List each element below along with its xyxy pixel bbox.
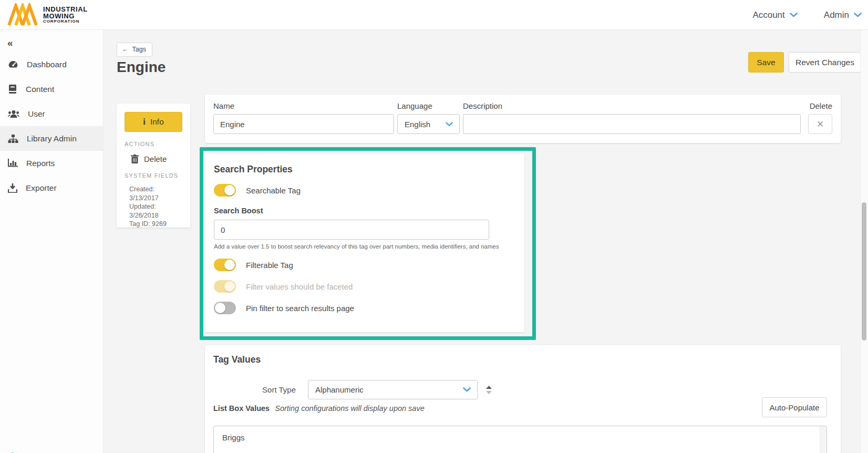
sitemap-icon bbox=[8, 134, 18, 143]
language-select[interactable]: English bbox=[397, 114, 460, 134]
gauge-icon bbox=[8, 60, 18, 69]
users-icon bbox=[8, 110, 19, 118]
back-button-label: Tags bbox=[132, 46, 146, 53]
tag-edit-screen: INDUSTRIAL MOWING CORPORATION Account Ad… bbox=[0, 0, 868, 453]
name-input[interactable] bbox=[213, 114, 394, 134]
book-icon bbox=[8, 84, 17, 94]
system-fields-heading: SYSTEM FIELDS bbox=[125, 172, 182, 179]
sidebar-item-label: User bbox=[28, 109, 45, 119]
list-box-values-note: Sorting configurations will display upon… bbox=[275, 404, 425, 413]
save-button[interactable]: Save bbox=[748, 52, 784, 73]
sort-type-selected-value: Alphanumeric bbox=[315, 385, 364, 394]
name-label: Name bbox=[213, 101, 394, 110]
list-box-values-label: List Box Values bbox=[213, 404, 270, 413]
sidebar-collapse-button[interactable]: « bbox=[0, 30, 103, 52]
page-scrollbar-thumb[interactable] bbox=[862, 202, 866, 341]
delete-translation-button[interactable]: ✕ bbox=[808, 114, 832, 134]
chevron-down-icon bbox=[854, 13, 862, 17]
sidebar-item-exporter[interactable]: Exporter bbox=[0, 176, 103, 200]
language-selected-value: English bbox=[405, 120, 430, 129]
delete-column-label: Delete bbox=[810, 101, 832, 110]
tag-form-card: Name Language English Description Delete… bbox=[205, 95, 841, 143]
company-name-line2: MOWING bbox=[43, 13, 88, 19]
toggle-knob bbox=[224, 260, 235, 270]
pin-filter-label: Pin filter to search results page bbox=[246, 304, 354, 313]
download-icon bbox=[8, 183, 17, 193]
chevron-down-icon bbox=[463, 387, 471, 392]
company-name-line1: INDUSTRIAL bbox=[43, 6, 88, 13]
search-properties-heading: Search Properties bbox=[214, 164, 516, 175]
list-item[interactable]: CAT Diesel bbox=[214, 447, 826, 453]
revert-changes-button[interactable]: Revert Changes bbox=[789, 52, 861, 73]
delete-action-label: Delete bbox=[144, 155, 167, 163]
actions-heading: ACTIONS bbox=[125, 141, 182, 147]
mountain-zigzag-icon bbox=[7, 3, 38, 26]
info-tab-label: Info bbox=[150, 117, 164, 127]
faceted-values-label: Filter values should be faceted bbox=[246, 282, 353, 291]
sidebar-item-label: Library Admin bbox=[27, 134, 77, 143]
account-menu-label: Account bbox=[752, 10, 784, 20]
page-title: Engine bbox=[117, 59, 166, 76]
sidebar-item-dashboard[interactable]: Dashboard bbox=[0, 52, 103, 77]
searchable-tag-label: Searchable Tag bbox=[246, 186, 301, 195]
sidebar-item-library-admin[interactable]: Library Admin bbox=[0, 126, 103, 151]
documoto-logo: Documoto bbox=[4, 450, 101, 453]
company-name-line3: CORPORATION bbox=[43, 19, 88, 24]
tag-values-heading: Tag Values bbox=[213, 354, 261, 365]
toggle-knob bbox=[224, 185, 235, 195]
language-label: Language bbox=[397, 101, 460, 110]
toggle-knob bbox=[215, 303, 225, 313]
chevron-down-icon bbox=[790, 13, 798, 17]
bar-chart-icon bbox=[8, 159, 18, 168]
sidebar-item-label: Exporter bbox=[26, 183, 57, 193]
tag-id: Tag ID: 9269 bbox=[129, 220, 182, 229]
sort-order-icon[interactable] bbox=[486, 386, 492, 394]
sidebar-item-user[interactable]: User bbox=[0, 101, 103, 126]
filterable-tag-label: Filterable Tag bbox=[246, 261, 293, 270]
tag-values-listbox[interactable]: Briggs CAT Diesel bbox=[213, 426, 827, 453]
list-item[interactable]: Briggs bbox=[214, 426, 826, 447]
page-scrollbar-track[interactable] bbox=[860, 30, 868, 453]
info-icon: i bbox=[143, 117, 146, 127]
description-label: Description bbox=[463, 101, 801, 110]
listbox-scrollbar[interactable] bbox=[820, 426, 826, 453]
filterable-tag-toggle[interactable] bbox=[214, 259, 236, 271]
company-logo: INDUSTRIAL MOWING CORPORATION bbox=[7, 3, 88, 26]
search-boost-input[interactable] bbox=[214, 220, 489, 240]
back-arrow-icon: ← bbox=[122, 46, 129, 53]
sort-type-select[interactable]: Alphanumeric bbox=[308, 380, 478, 399]
tag-values-card: Tag Values Sort Type Alphanumeric List B… bbox=[205, 345, 841, 453]
delete-tag-action[interactable]: Delete bbox=[125, 155, 182, 163]
back-to-tags-button[interactable]: ← Tags bbox=[117, 43, 152, 57]
admin-menu-label: Admin bbox=[824, 10, 849, 20]
updated-date: Updated: 3/26/2018 bbox=[129, 202, 182, 220]
sidebar-item-label: Dashboard bbox=[27, 60, 67, 69]
faceted-values-toggle bbox=[214, 280, 236, 293]
created-date: Created: 3/13/2017 bbox=[129, 185, 182, 202]
admin-menu[interactable]: Admin bbox=[824, 10, 862, 20]
search-boost-label: Search Boost bbox=[214, 207, 516, 215]
tab-info[interactable]: i Info bbox=[125, 112, 182, 132]
close-icon: ✕ bbox=[817, 119, 824, 130]
pin-filter-toggle[interactable] bbox=[214, 302, 236, 314]
sidebar-item-label: Content bbox=[26, 85, 54, 94]
search-properties-card: Search Properties Searchable Tag Search … bbox=[205, 154, 524, 332]
sidebar-item-label: Reports bbox=[26, 159, 55, 168]
sidebar-item-reports[interactable]: Reports bbox=[0, 151, 103, 176]
description-input[interactable] bbox=[463, 114, 801, 134]
toggle-knob bbox=[224, 281, 235, 292]
auto-populate-button[interactable]: Auto-Populate bbox=[762, 397, 827, 417]
searchable-tag-toggle[interactable] bbox=[214, 184, 236, 197]
search-boost-help-text: Add a value over 1.5 to boost search rel… bbox=[214, 243, 516, 250]
chevron-down-icon bbox=[446, 122, 453, 127]
account-menu[interactable]: Account bbox=[752, 10, 797, 20]
info-panel-card: i Info ACTIONS Delete SYSTEM FIELDS Crea… bbox=[117, 104, 190, 228]
top-bar: INDUSTRIAL MOWING CORPORATION Account Ad… bbox=[0, 0, 868, 30]
sidebar-item-content[interactable]: Content bbox=[0, 77, 103, 101]
sidebar: « Dashboard Content bbox=[0, 30, 104, 453]
sort-type-label: Sort Type bbox=[213, 385, 308, 394]
trash-icon bbox=[131, 155, 139, 163]
company-name: INDUSTRIAL MOWING CORPORATION bbox=[43, 6, 88, 24]
